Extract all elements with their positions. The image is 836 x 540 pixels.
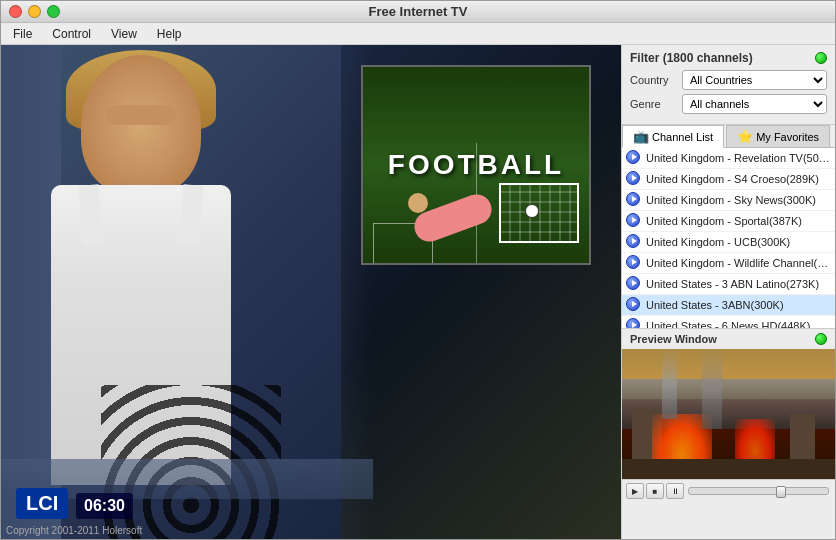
channel-icon [626,318,642,328]
person-head [81,55,201,195]
channel-name: United Kingdom - UCB(300K) [646,236,790,248]
building3 [790,414,815,459]
channel-list-icon: 📺 [633,129,649,144]
window-title: Free Internet TV [369,4,468,19]
preview-controls: ▶ ■ ⏸ [622,479,835,502]
football [525,204,539,218]
strap-left [78,184,103,246]
country-select[interactable]: All Countries United Kingdom United Stat… [682,70,827,90]
copyright-text: Copyright 2001-2011 Holersoft [6,525,142,536]
channel-icon [626,192,642,208]
minimize-button[interactable] [28,5,41,18]
list-item[interactable]: United Kingdom - Revelation TV(500K) [622,148,835,169]
channel-name: United Kingdom - Wildlife Channel(791 [646,257,831,269]
list-item[interactable]: United Kingdom - Sky News(300K) [622,190,835,211]
filter-title-text: Filter (1800 channels) [630,51,753,65]
channel-tabs: 📺 Channel List ⭐ My Favorites [622,125,835,148]
menu-file[interactable]: File [5,25,40,43]
video-background: FOOTBALL LCI 06:30 Copyright 2001-2011 H… [1,45,621,539]
smoke-col2 [702,349,722,429]
tab-channel-list-label: Channel List [652,131,713,143]
main-window: Free Internet TV File Control View Help [0,0,836,540]
video-area: FOOTBALL LCI 06:30 Copyright 2001-2011 H… [1,45,621,539]
menu-view[interactable]: View [103,25,145,43]
preview-section: Preview Window [622,328,835,502]
list-item[interactable]: United States - 6 News HD(448K) [622,316,835,328]
person-body [51,185,231,485]
window-controls [9,5,60,18]
fire2 [735,419,775,459]
channel-icon [626,297,642,313]
channel-name: United States - 3ABN(300K) [646,299,784,311]
filter-title: Filter (1800 channels) [630,51,827,65]
tab-channel-list[interactable]: 📺 Channel List [622,125,724,148]
channel-icon [626,276,642,292]
channel-name: United Kingdom - Sportal(387K) [646,215,802,227]
preview-title-text: Preview Window [630,333,717,345]
football-label: FOOTBALL [388,149,564,181]
strap-right [178,184,203,246]
football-overlay: FOOTBALL [361,65,591,265]
genre-filter-row: Genre All channels News Sports Entertain… [630,94,827,114]
list-item[interactable]: United Kingdom - Sportal(387K) [622,211,835,232]
maximize-button[interactable] [47,5,60,18]
country-label: Country [630,74,678,86]
stop-button[interactable]: ■ [646,483,664,499]
time-display: 06:30 [76,493,133,519]
goal-net [499,183,579,243]
pause-icon: ⏸ [671,487,679,496]
right-panel: Filter (1800 channels) Country All Count… [621,45,835,539]
filter-status-dot [815,52,827,64]
channel-icon [626,255,642,271]
main-content: FOOTBALL LCI 06:30 Copyright 2001-2011 H… [1,45,835,539]
menu-help[interactable]: Help [149,25,190,43]
progress-thumb[interactable] [776,486,786,498]
smoke-col1 [662,349,677,419]
channel-icon [626,171,642,187]
preview-title-bar: Preview Window [622,329,835,349]
channel-name: United States - 6 News HD(448K) [646,320,810,328]
favorites-icon: ⭐ [737,129,753,144]
filter-section: Filter (1800 channels) Country All Count… [622,45,835,125]
list-item[interactable]: United Kingdom - Wildlife Channel(791 [622,253,835,274]
channel-icon [626,213,642,229]
channel-name: United Kingdom - S4 Croeso(289K) [646,173,819,185]
preview-status-dot [815,333,827,345]
stop-icon: ■ [653,487,658,496]
menu-control[interactable]: Control [44,25,99,43]
play-icon: ▶ [632,487,638,496]
channel-list[interactable]: United Kingdom - Revelation TV(500K)Unit… [622,148,835,328]
video-frame [1,45,373,539]
play-button[interactable]: ▶ [626,483,644,499]
face-lower [106,105,176,125]
tab-favorites-label: My Favorites [756,131,819,143]
channel-name: United States - 3 ABN Latino(273K) [646,278,819,290]
list-item[interactable]: United Kingdom - UCB(300K) [622,232,835,253]
channel-icon [626,234,642,250]
channel-icon [626,150,642,166]
list-item[interactable]: United States - 3ABN(300K) [622,295,835,316]
progress-bar[interactable] [688,487,829,495]
lci-brand: LCI [16,488,68,519]
menu-bar: File Control View Help [1,23,835,45]
country-filter-row: Country All Countries United Kingdom Uni… [630,70,827,90]
list-item[interactable]: United States - 3 ABN Latino(273K) [622,274,835,295]
preview-video [622,349,835,479]
list-item[interactable]: United Kingdom - S4 Croeso(289K) [622,169,835,190]
title-bar: Free Internet TV [1,1,835,23]
pause-button[interactable]: ⏸ [666,483,684,499]
genre-select[interactable]: All channels News Sports Entertainment M… [682,94,827,114]
close-button[interactable] [9,5,22,18]
tab-my-favorites[interactable]: ⭐ My Favorites [726,125,830,147]
channel-name: United Kingdom - Revelation TV(500K) [646,152,831,164]
ground [622,459,835,479]
player-head-dive [408,193,428,213]
channel-name: United Kingdom - Sky News(300K) [646,194,816,206]
genre-label: Genre [630,98,678,110]
